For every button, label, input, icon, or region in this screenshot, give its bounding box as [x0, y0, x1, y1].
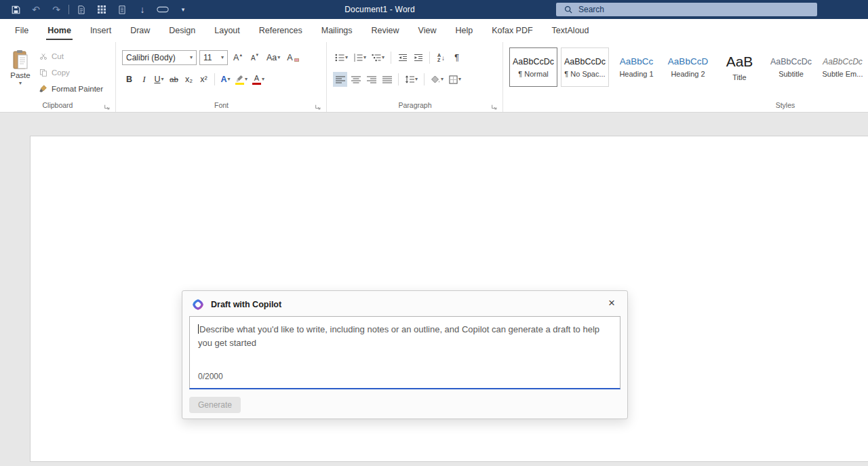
- grow-font-button[interactable]: A ▴: [231, 50, 245, 65]
- tab-layout[interactable]: Layout: [205, 19, 250, 42]
- shrink-font-icon: A: [251, 54, 256, 62]
- cut-button[interactable]: Cut: [39, 50, 103, 62]
- style-subtle-emphasis[interactable]: AaBbCcDc Subtle Em...: [818, 47, 867, 87]
- styles-gallery: AaBbCcDc ¶ Normal AaBbCcDc ¶ No Spac... …: [509, 47, 867, 87]
- search-label: Search: [578, 5, 604, 14]
- tab-help[interactable]: Help: [446, 19, 482, 42]
- underline-button[interactable]: U ▾: [152, 72, 166, 87]
- tab-view[interactable]: View: [409, 19, 446, 42]
- style-no-spacing[interactable]: AaBbCcDc ¶ No Spac...: [561, 47, 609, 87]
- multilevel-list-button[interactable]: ▾: [370, 50, 387, 65]
- show-hide-marks-button[interactable]: ¶: [450, 50, 464, 65]
- chevron-down-icon: ▾: [415, 77, 418, 82]
- line-spacing-button[interactable]: ▾: [403, 72, 420, 87]
- qat-grid-button[interactable]: [92, 0, 112, 19]
- align-center-button[interactable]: [349, 72, 363, 87]
- change-case-button[interactable]: Aa ▾: [264, 50, 282, 65]
- strikethrough-button[interactable]: ab: [167, 72, 181, 87]
- close-button[interactable]: ×: [604, 296, 619, 311]
- redo-button[interactable]: ↷: [46, 0, 66, 19]
- arrow-down-icon: ↓: [441, 54, 445, 62]
- tab-file[interactable]: File: [5, 19, 38, 42]
- italic-button[interactable]: I: [137, 72, 151, 87]
- borders-button[interactable]: ▾: [447, 72, 463, 87]
- style-heading-1[interactable]: AaBbCc Heading 1: [612, 47, 660, 87]
- copy-button[interactable]: Copy: [39, 66, 103, 79]
- clear-formatting-button[interactable]: A: [285, 50, 300, 65]
- increase-indent-icon: [414, 54, 423, 62]
- qat-page-button[interactable]: [112, 0, 132, 19]
- paragraph-row-1: ▾ ▾ ▾ A Z ↓: [333, 50, 464, 65]
- style-title[interactable]: AaB Title: [715, 47, 764, 87]
- style-heading-2[interactable]: AaBbCcD Heading 2: [664, 47, 712, 87]
- arrow-down-icon: ↓: [140, 5, 145, 14]
- font-row-2: B I U ▾ ab x₂ x² A ▾: [122, 72, 267, 87]
- touch-mode-icon: [157, 6, 169, 13]
- copy-icon: [39, 69, 47, 77]
- subscript-button[interactable]: x₂: [182, 72, 196, 87]
- style-name: Subtitle: [778, 70, 804, 78]
- chevron-down-icon: ▾: [228, 77, 231, 82]
- tab-home[interactable]: Home: [38, 19, 81, 42]
- tab-design[interactable]: Design: [159, 19, 205, 42]
- save-icon: [12, 5, 20, 14]
- align-right-button[interactable]: [364, 72, 378, 87]
- touch-mouse-mode-button[interactable]: [153, 0, 173, 19]
- style-subtitle[interactable]: AaBbCcDc Subtitle: [767, 47, 815, 87]
- font-size-select[interactable]: 11 ▾: [199, 50, 228, 65]
- numbering-button[interactable]: ▾: [351, 50, 368, 65]
- clipboard-commands: Cut Copy Format Painter: [39, 50, 103, 95]
- sort-button[interactable]: A Z ↓: [434, 50, 448, 65]
- generate-button[interactable]: Generate: [189, 397, 241, 413]
- chevron-down-icon: ▾: [245, 77, 248, 82]
- save-button[interactable]: [5, 0, 26, 19]
- tab-kofax-pdf[interactable]: Kofax PDF: [482, 19, 542, 42]
- chevron-down-icon: ▾: [345, 55, 348, 60]
- character-counter: 0/2000: [198, 372, 223, 381]
- tab-textaloud[interactable]: TextAloud: [542, 19, 599, 42]
- decrease-indent-button[interactable]: [395, 50, 410, 65]
- tab-references[interactable]: References: [250, 19, 312, 42]
- style-preview: AaBbCcDc: [770, 57, 812, 66]
- underline-icon: U: [154, 75, 160, 84]
- text-effects-button[interactable]: A ▾: [218, 72, 233, 87]
- paste-button[interactable]: Paste ▾: [5, 46, 35, 102]
- paragraph-dialog-launcher[interactable]: [491, 101, 498, 109]
- paragraph-group: ▾ ▾ ▾ A Z ↓: [328, 42, 503, 112]
- dialog-title: Draft with Copilot: [211, 300, 281, 309]
- shading-button[interactable]: ▾: [429, 72, 446, 87]
- tab-draw[interactable]: Draw: [121, 19, 159, 42]
- superscript-button[interactable]: x²: [197, 72, 211, 87]
- style-name: ¶ No Spac...: [564, 70, 605, 78]
- format-painter-button[interactable]: Format Painter: [39, 83, 103, 95]
- qat-download-button[interactable]: ↓: [132, 0, 153, 19]
- highlight-button[interactable]: ▾: [233, 72, 250, 87]
- style-name: Subtle Em...: [823, 70, 863, 78]
- tab-mailings[interactable]: Mailings: [312, 19, 362, 42]
- style-preview: AaB: [726, 54, 753, 70]
- font-color-button[interactable]: A ▾: [250, 72, 267, 87]
- shrink-font-button[interactable]: A ▾: [248, 50, 262, 65]
- grid-icon: [98, 5, 106, 14]
- tab-insert[interactable]: Insert: [81, 19, 121, 42]
- prompt-placeholder: Describe what you'd like to write, inclu…: [198, 323, 602, 350]
- prompt-input[interactable]: Describe what you'd like to write, inclu…: [189, 316, 620, 389]
- justify-button[interactable]: [380, 72, 394, 87]
- search-box[interactable]: Search: [556, 3, 817, 16]
- bold-button[interactable]: B: [122, 72, 136, 87]
- font-name-select[interactable]: Calibri (Body) ▾: [122, 50, 197, 65]
- undo-button[interactable]: ↶: [26, 0, 46, 19]
- qat-separator: [68, 5, 69, 14]
- bullets-button[interactable]: ▾: [333, 50, 350, 65]
- align-left-button[interactable]: [333, 72, 347, 87]
- style-normal[interactable]: AaBbCcDc ¶ Normal: [509, 47, 557, 87]
- tab-review[interactable]: Review: [362, 19, 409, 42]
- separator: [391, 52, 391, 64]
- qat-document-button[interactable]: [71, 0, 92, 19]
- increase-indent-button[interactable]: [411, 50, 425, 65]
- dialog-launcher-icon: [491, 104, 498, 111]
- font-dialog-launcher[interactable]: [315, 101, 322, 109]
- clipboard-dialog-launcher[interactable]: [104, 101, 111, 109]
- copilot-icon: [192, 298, 204, 311]
- customize-qat-button[interactable]: ▾: [173, 0, 193, 19]
